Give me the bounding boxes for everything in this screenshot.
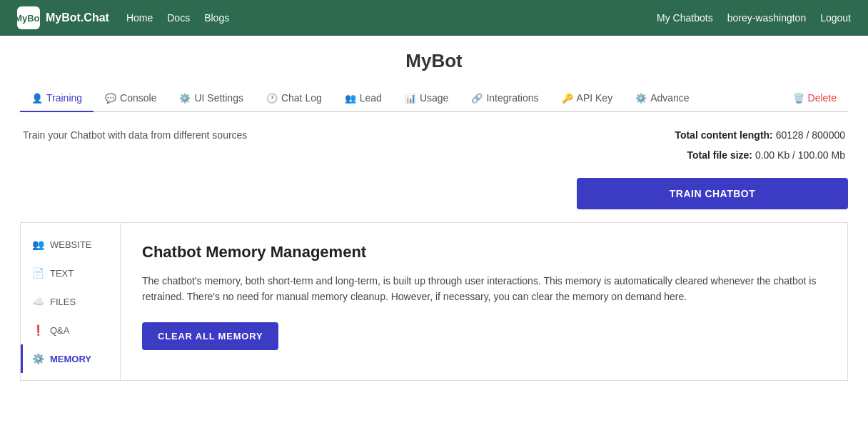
memory-content: Chatbot Memory Management The chatbot's … [121, 223, 847, 380]
total-file-row: Total file size: 0.00 Kb / 100.00 Mb [675, 145, 845, 165]
logo-box: MyBot [17, 6, 40, 29]
total-content-label: Total content length: [675, 129, 772, 141]
tabs-bar: 👤 Training 💬 Console ⚙️ UI Settings 🕐 Ch… [20, 85, 848, 112]
nav-home[interactable]: Home [126, 12, 153, 24]
tab-console[interactable]: 💬 Console [94, 85, 168, 112]
tab-api-key[interactable]: 🔑 API Key [550, 85, 625, 112]
total-content-row: Total content length: 60128 / 800000 [675, 125, 845, 145]
info-bar: Train your Chatbot with data from differ… [20, 125, 848, 165]
train-button-row: TRAIN CHATBOT [20, 178, 848, 209]
training-icon: 👤 [31, 93, 43, 104]
total-file-label: Total file size: [687, 149, 752, 161]
info-stats: Total content length: 60128 / 800000 Tot… [675, 125, 845, 165]
sidebar-item-memory[interactable]: ⚙️ MEMORY [21, 344, 120, 373]
nav-username[interactable]: borey-washington [727, 12, 807, 24]
qa-icon: ❗ [32, 324, 44, 336]
nav-my-chatbots[interactable]: My Chatbots [657, 12, 713, 24]
tab-usage-label: Usage [420, 92, 448, 104]
sidebar-memory-label: MEMORY [50, 354, 91, 364]
navbar-links: Home Docs Blogs [126, 12, 229, 24]
sidebar-website-label: WEBSITE [50, 239, 92, 250]
memory-description: The chatbot's memory, both short-term an… [142, 273, 826, 305]
tab-console-label: Console [120, 92, 156, 104]
memory-icon: ⚙️ [32, 353, 44, 364]
tab-integrations[interactable]: 🔗 Integrations [460, 85, 550, 112]
navbar-left: MyBot MyBot.Chat Home Docs Blogs [17, 6, 229, 29]
info-description: Train your Chatbot with data from differ… [23, 129, 247, 141]
tab-integrations-label: Integrations [486, 92, 538, 104]
logo-short: MyBot [14, 13, 43, 24]
tab-ui-settings[interactable]: ⚙️ UI Settings [168, 85, 254, 112]
train-chatbot-button[interactable]: TRAIN CHATBOT [577, 178, 848, 209]
chat-log-icon: 🕐 [266, 93, 278, 104]
lead-icon: 👥 [345, 93, 356, 104]
total-content-value: 60128 / 800000 [776, 129, 845, 141]
integrations-icon: 🔗 [471, 93, 483, 104]
site-name: MyBot.Chat [46, 11, 109, 24]
sidebar-files-label: FILES [50, 297, 76, 307]
text-icon: 📄 [32, 267, 44, 279]
total-file-value: 0.00 Kb / 100.00 Mb [755, 149, 845, 161]
tab-ui-settings-label: UI Settings [194, 92, 243, 104]
delete-icon: 🗑️ [793, 93, 804, 104]
advance-icon: ⚙️ [635, 93, 647, 104]
sidebar-qa-label: Q&A [50, 325, 69, 336]
nav-blogs[interactable]: Blogs [204, 12, 229, 24]
tab-usage[interactable]: 📊 Usage [393, 85, 460, 112]
tab-training[interactable]: 👤 Training [20, 85, 94, 112]
clear-all-memory-button[interactable]: CLEAR ALL MEMORY [142, 322, 278, 350]
tab-delete[interactable]: 🗑️ Delete [782, 85, 848, 112]
sidebar: 👥 WEBSITE 📄 TEXT ☁️ FILES ❗ Q&A ⚙️ MEMOR… [21, 223, 121, 380]
nav-docs[interactable]: Docs [167, 12, 190, 24]
page-title: MyBot [20, 50, 848, 72]
tab-delete-label: Delete [808, 92, 837, 104]
files-icon: ☁️ [32, 296, 44, 307]
sidebar-item-text[interactable]: 📄 TEXT [21, 259, 120, 287]
sidebar-item-qa[interactable]: ❗ Q&A [21, 316, 120, 344]
sidebar-item-website[interactable]: 👥 WEBSITE [21, 230, 120, 259]
tab-training-label: Training [46, 92, 82, 104]
usage-icon: 📊 [405, 93, 416, 104]
nav-logout[interactable]: Logout [820, 12, 851, 24]
tab-chat-log[interactable]: 🕐 Chat Log [255, 85, 333, 112]
sidebar-text-label: TEXT [50, 268, 74, 279]
ui-settings-icon: ⚙️ [179, 93, 191, 104]
tab-api-key-label: API Key [577, 92, 613, 104]
page-container: MyBot 👤 Training 💬 Console ⚙️ UI Setting… [6, 36, 862, 409]
brand-logo[interactable]: MyBot MyBot.Chat [17, 6, 109, 29]
tab-advance[interactable]: ⚙️ Advance [624, 85, 700, 112]
tab-advance-label: Advance [650, 92, 689, 104]
api-key-icon: 🔑 [562, 93, 573, 104]
tab-lead[interactable]: 👥 Lead [333, 85, 393, 112]
navbar-right: My Chatbots borey-washington Logout [657, 12, 851, 24]
memory-section-title: Chatbot Memory Management [142, 243, 826, 262]
main-area: 👥 WEBSITE 📄 TEXT ☁️ FILES ❗ Q&A ⚙️ MEMOR… [20, 222, 848, 381]
tab-lead-label: Lead [360, 92, 382, 104]
sidebar-item-files[interactable]: ☁️ FILES [21, 287, 120, 316]
console-icon: 💬 [105, 93, 116, 104]
website-icon: 👥 [32, 239, 44, 250]
tab-chat-log-label: Chat Log [281, 92, 322, 104]
navbar: MyBot MyBot.Chat Home Docs Blogs My Chat… [0, 0, 868, 36]
